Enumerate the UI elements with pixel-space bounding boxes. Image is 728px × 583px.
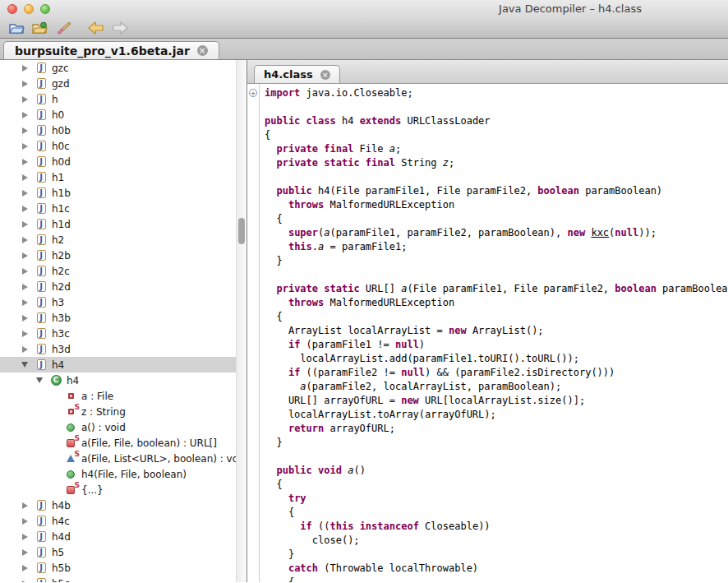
twisty-collapsed-icon[interactable] [20,174,30,181]
twisty-expanded-icon[interactable] [20,362,30,368]
tree-item-h4d[interactable]: Jh4d [0,529,247,544]
code-line: return arrayOfURL; [265,422,728,436]
tree-item-h2[interactable]: Jh2 [0,232,247,248]
twisty-collapsed-icon[interactable] [20,81,30,87]
tree-item-label: gzc [52,62,69,74]
type-link[interactable]: kxc [591,227,609,238]
keyword-token: if [300,521,311,532]
tree-item-label: a : File [81,391,113,402]
tree-item-h0c[interactable]: Jh0c [0,138,247,154]
tree-item-gzc[interactable]: Jgzc [0,60,247,76]
tree-item-h4b[interactable]: Jh4b [0,497,247,513]
keyword-token: final [324,143,353,155]
twisty-collapsed-icon[interactable] [20,549,30,556]
jar-tab-close-icon[interactable]: × [197,45,208,56]
tree-item-h3c[interactable]: Jh3c [0,326,247,341]
tree-item-h1c[interactable]: Jh1c [0,201,247,216]
code-tab-close-icon[interactable]: × [320,70,330,80]
twisty-collapsed-icon[interactable] [20,565,30,571]
back-button[interactable] [86,19,106,37]
tree-item-a-file[interactable]: a : File [0,388,247,404]
twisty-collapsed-icon[interactable] [20,284,30,290]
twisty-collapsed-icon[interactable] [20,237,30,243]
tree-item-h4-file-file-boolean-[interactable]: h4(File, File, boolean) [0,466,247,482]
minimize-window-button[interactable] [24,4,34,14]
tree-item-h5[interactable]: Jh5 [0,544,247,560]
twisty-collapsed-icon[interactable] [20,299,30,306]
search-button[interactable] [54,19,74,37]
code-token [265,339,288,350]
tree-item-h1b[interactable]: Jh1b [0,185,247,201]
twisty-collapsed-icon[interactable] [20,65,30,72]
save-all-sources-button[interactable] [30,19,50,37]
code-token: ; [395,143,401,155]
tree-item-h4[interactable]: Jh4 [0,357,247,372]
tree-item-h1d[interactable]: Jh1d [0,216,247,232]
tree-item-h4[interactable]: Ch4 [0,372,247,388]
twisty-collapsed-icon[interactable] [20,346,30,353]
tree-scrollbar-thumb[interactable] [238,218,245,244]
twisty-collapsed-icon[interactable] [20,315,30,322]
twisty-collapsed-icon[interactable] [20,143,30,150]
tree-item-z-string[interactable]: Sz : String [0,404,247,419]
twisty-collapsed-icon[interactable] [20,112,30,118]
twisty-expanded-icon[interactable] [35,377,44,383]
tree-item-h3b[interactable]: Jh3b [0,310,247,326]
open-file-button[interactable] [7,19,26,37]
tree-item-h5c[interactable]: Jh5c [0,576,247,582]
code-token: String [395,157,443,169]
class-file-icon: J [35,499,47,511]
code-token [265,423,288,434]
static-badge: S [75,481,80,489]
tree-item--[interactable]: S{...} [0,482,247,497]
tree-item-h0d[interactable]: Jh0d [0,154,247,169]
tree-item-h5b[interactable]: Jh5b [0,560,247,576]
zoom-window-button[interactable] [40,4,50,14]
tree-item-h2c[interactable]: Jh2c [0,263,247,279]
code-token: { [265,507,294,518]
twisty-collapsed-icon[interactable] [20,190,30,197]
static-badge: S [75,450,80,458]
fold-expand-icon[interactable]: + [249,89,257,97]
twisty-collapsed-icon[interactable] [20,127,30,134]
tree-item-h2b[interactable]: Jh2b [0,248,247,263]
code-token [265,493,288,504]
code-tab[interactable]: h4.class × [254,65,340,83]
jar-tab[interactable]: burpsuite_pro_v1.6beta.jar × [3,41,219,59]
twisty-collapsed-icon[interactable] [20,518,30,525]
twisty-collapsed-icon[interactable] [20,534,30,540]
code-token: ) [419,339,425,350]
twisty-collapsed-icon[interactable] [20,581,30,583]
tree-item-h4c[interactable]: Jh4c [0,513,247,529]
twisty-collapsed-icon[interactable] [20,159,30,165]
twisty-collapsed-icon[interactable] [20,268,30,275]
tree-item-a-file-file-boolean-url-[interactable]: Sa(File, File, boolean) : URL[] [0,435,247,451]
title-bar[interactable]: Java Decompiler – h4.class [0,0,728,18]
twisty-collapsed-icon[interactable] [20,206,30,212]
tree-item-gzd[interactable]: Jgzd [0,76,247,91]
code-line: { [265,478,728,492]
class-file-icon: J [35,202,47,215]
twisty-collapsed-icon[interactable] [20,331,30,337]
code-token: { [265,576,294,582]
tree-item-h0[interactable]: Jh0 [0,107,247,123]
tree-item-h3[interactable]: Jh3 [0,294,247,310]
keyword-token: new [449,325,467,336]
tree-item-h2d[interactable]: Jh2d [0,279,247,294]
tree-item-a-void[interactable]: a() : void [0,419,247,435]
forward-button[interactable] [110,19,130,37]
class-icon: C [50,374,62,386]
tree-item-h[interactable]: Jh [0,91,247,107]
close-window-button[interactable] [7,4,17,14]
code-area[interactable]: import java.io.Closeable; public class h… [260,84,728,582]
twisty-collapsed-icon[interactable] [20,221,30,228]
twisty-collapsed-icon[interactable] [20,502,30,509]
tree-item-h1[interactable]: Jh1 [0,169,247,185]
twisty-collapsed-icon[interactable] [20,252,30,259]
class-tree[interactable]: JgzcJgzdJhJh0Jh0bJh0cJh0dJh1Jh1bJh1cJh1d… [0,60,247,582]
tree-item-a-file-list-url-boolean-void[interactable]: Sa(File, List<URL>, boolean) : void [0,451,247,466]
tree-item-h3d[interactable]: Jh3d [0,341,247,357]
tree-scrollbar[interactable] [236,60,247,582]
tree-item-h0b[interactable]: Jh0b [0,123,247,138]
twisty-collapsed-icon[interactable] [20,96,30,103]
